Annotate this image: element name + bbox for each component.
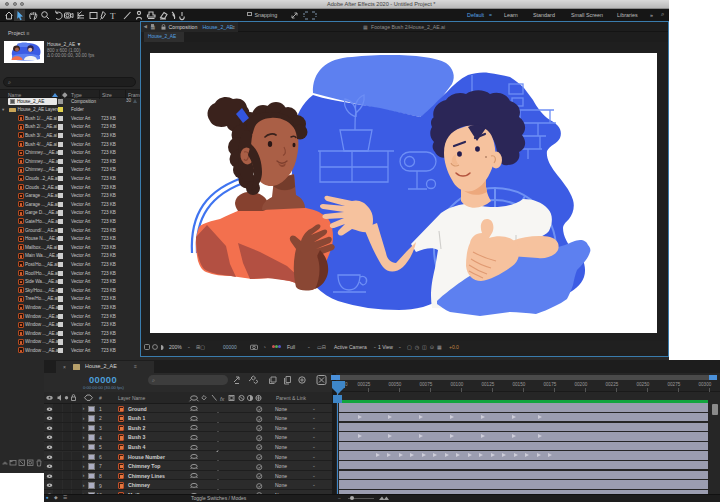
svg-text:Layer Name: Layer Name [118, 395, 145, 401]
svg-text:Parent & Link: Parent & Link [276, 395, 307, 401]
svg-text:fx: fx [220, 396, 225, 402]
svg-text:#: # [99, 395, 102, 401]
